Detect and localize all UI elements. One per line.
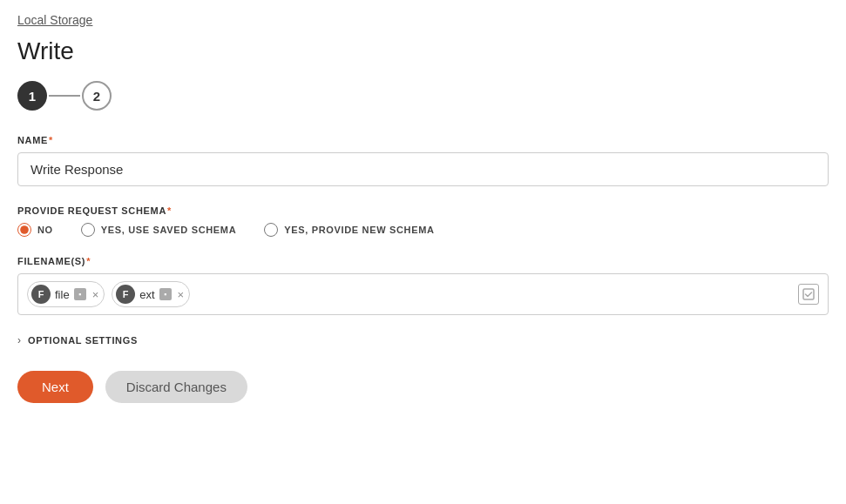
schema-required-star: * [167,205,172,216]
radio-no[interactable]: NO [17,223,53,237]
next-button[interactable]: Next [17,371,93,403]
filename-tag-file-text: file [55,288,70,301]
provide-request-schema-label: PROVIDE REQUEST SCHEMA* [17,205,829,216]
radio-yes-new[interactable]: YES, PROVIDE NEW SCHEMA [264,223,434,237]
footer-buttons: Next Discard Changes [17,371,829,403]
filenames-validate-icon[interactable] [798,284,819,305]
optional-settings-label: OPTIONAL SETTINGS [28,335,138,346]
filename-tag-ext-text: ext [139,288,154,301]
name-required-star: * [49,135,53,145]
name-input[interactable] [17,152,829,186]
name-label: NAME* [17,135,829,145]
provide-request-schema-group: PROVIDE REQUEST SCHEMA* NO YES, USE SAVE… [17,205,829,237]
breadcrumb-link[interactable]: Local Storage [17,13,92,27]
radio-yes-saved-label: YES, USE SAVED SCHEMA [101,225,236,235]
filename-tag-f-icon-2: F [116,285,135,304]
step-connector [49,95,80,97]
page-title: Write [17,37,829,65]
discard-button[interactable]: Discard Changes [105,371,247,403]
filename-tag-ext: F ext ▪ × [112,281,190,307]
step-2-circle[interactable]: 2 [82,81,112,111]
filenames-input-area[interactable]: F file ▪ × F ext ▪ × [17,273,829,315]
filenames-field-group: FILENAME(S)* F file ▪ × F ext ▪ × [17,256,829,315]
filenames-label: FILENAME(S)* [17,256,829,266]
filename-tag-file: F file ▪ × [27,281,105,307]
radio-yes-new-label: YES, PROVIDE NEW SCHEMA [284,225,434,235]
step-1-circle[interactable]: 1 [17,81,47,111]
optional-settings-row[interactable]: › OPTIONAL SETTINGS [17,334,829,346]
chevron-right-icon: › [17,334,21,346]
steps-container: 1 2 [17,81,829,111]
filename-tag-ext-db-icon: ▪ [159,288,172,300]
filename-tag-ext-close[interactable]: × [178,289,185,300]
radio-group: NO YES, USE SAVED SCHEMA YES, PROVIDE NE… [17,223,829,237]
name-field-group: NAME* [17,135,829,186]
filename-tag-file-db-icon: ▪ [74,288,86,300]
filename-tag-file-close[interactable]: × [92,289,99,300]
filenames-required-star: * [86,256,91,266]
radio-no-label: NO [37,225,53,235]
radio-yes-saved[interactable]: YES, USE SAVED SCHEMA [81,223,236,237]
filename-tag-f-icon-1: F [31,285,51,304]
